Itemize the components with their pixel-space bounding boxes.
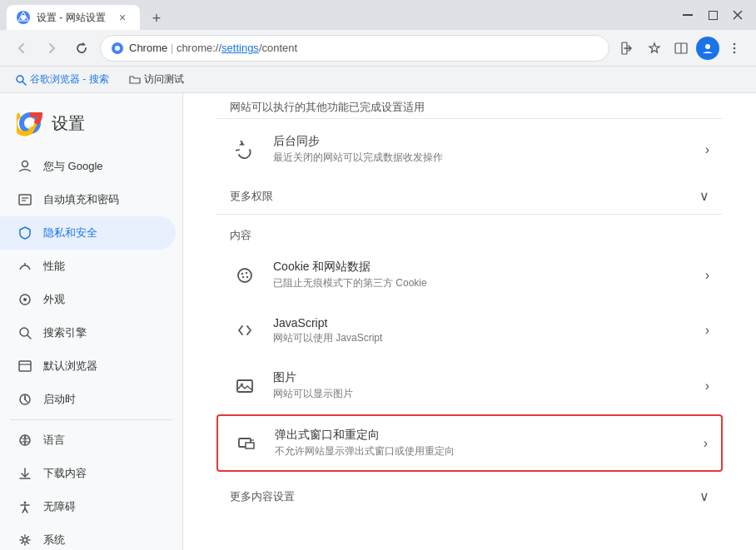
settings-row-popups[interactable]: 弹出式窗口和重定向 不允许网站显示弹出式窗口或使用重定向 › (216, 414, 723, 472)
share-button[interactable] (616, 37, 639, 60)
split-view-button[interactable] (669, 37, 693, 60)
svg-line-31 (27, 335, 31, 339)
cookies-row-arrow: › (705, 268, 709, 283)
svg-line-19 (22, 82, 26, 85)
sidebar-header: 设置 (0, 100, 182, 150)
sync-row-arrow: › (705, 142, 709, 157)
svg-rect-51 (237, 380, 252, 392)
popups-row-arrow: › (704, 436, 708, 451)
sidebar-item-startup[interactable]: 启动时 (0, 383, 176, 416)
shield-icon (17, 225, 33, 241)
folder-icon (129, 74, 141, 86)
main-layout: 设置 您与 Google 自动填充和密码 隐 (0, 93, 756, 550)
profile-button[interactable] (696, 37, 719, 60)
sidebar-item-system[interactable]: 系统 (0, 523, 176, 550)
settings-row-cookies[interactable]: Cookie 和网站数据 已阻止无痕模式下的第三方 Cookie › (216, 248, 723, 302)
sidebar-item-accessibility[interactable]: 无障碍 (0, 490, 176, 523)
sync-row-text: 后台同步 最近关闭的网站可以完成数据收发操作 (273, 134, 692, 165)
system-icon (17, 532, 33, 548)
svg-point-48 (246, 271, 247, 273)
tab-title: 设置 - 网站设置 (37, 11, 108, 25)
javascript-row-arrow: › (705, 323, 709, 338)
svg-rect-2 (683, 14, 693, 16)
content-section-label: 内容 (216, 221, 723, 246)
browser-icon (17, 358, 33, 374)
sidebar-title: 设置 (52, 112, 85, 135)
more-permissions-arrow: ∨ (699, 188, 709, 204)
images-row-text: 图片 网站可以显示图片 (273, 370, 692, 401)
sidebar-item-autofill[interactable]: 自动填充和密码 (0, 183, 176, 216)
minimize-button[interactable] (676, 3, 699, 27)
more-permissions-header[interactable]: 更多权限 ∨ (216, 178, 723, 207)
sidebar-item-download[interactable]: 下载内容 (0, 457, 176, 490)
settings-row-javascript[interactable]: JavaScript 网站可以使用 JavaScript › (216, 304, 723, 357)
svg-point-50 (246, 275, 248, 277)
sidebar-item-browser[interactable]: 默认浏览器 (0, 349, 176, 383)
code-icon (230, 315, 260, 345)
svg-point-49 (242, 275, 244, 277)
url-text: Chrome | chrome://settings/content (129, 42, 297, 54)
svg-marker-45 (239, 142, 245, 146)
svg-rect-3 (709, 11, 717, 19)
settings-row-background-sync[interactable]: 后台同步 最近关闭的网站可以完成数据收发操作 › (216, 122, 723, 176)
svg-marker-10 (649, 43, 659, 52)
svg-point-15 (734, 42, 736, 45)
svg-point-16 (734, 47, 736, 49)
sidebar-item-search[interactable]: 搜索引擎 (0, 316, 176, 349)
tab-area: 设置 - 网站设置 × + (7, 0, 676, 30)
chrome-logo-icon (17, 110, 43, 136)
autofill-icon (17, 191, 33, 208)
download-icon (17, 465, 33, 482)
back-button[interactable] (10, 37, 33, 60)
sync-icon (230, 135, 260, 165)
new-tab-button[interactable]: + (145, 7, 168, 30)
sidebar-item-appearance[interactable]: 外观 (0, 283, 176, 316)
close-window-button[interactable] (726, 3, 749, 27)
tab-close-button[interactable]: × (115, 10, 130, 25)
startup-icon (17, 391, 33, 408)
svg-point-43 (23, 538, 27, 543)
language-icon (17, 432, 33, 448)
popup-icon (231, 429, 261, 458)
bookmark-folder[interactable]: 访问测试 (124, 71, 189, 88)
sidebar-item-google[interactable]: 您与 Google (0, 150, 176, 183)
chrome-logo-icon (111, 42, 124, 55)
svg-point-47 (241, 272, 243, 274)
svg-point-22 (26, 119, 34, 127)
bookmark-search[interactable]: 谷歌浏览器 - 搜索 (10, 71, 114, 88)
sidebar-item-performance[interactable]: 性能 (0, 250, 176, 283)
sidebar-item-privacy[interactable]: 隐私和安全 (0, 216, 176, 250)
forward-button[interactable] (40, 37, 63, 60)
sidebar-item-language[interactable]: 语言 (0, 424, 176, 457)
search-icon (15, 74, 27, 86)
more-menu-button[interactable] (723, 37, 746, 60)
appearance-icon (17, 291, 33, 308)
truncated-top-item: 网站可以执行的其他功能已完成设置适用 (216, 93, 723, 119)
svg-point-17 (734, 51, 736, 53)
svg-point-8 (115, 46, 120, 51)
bookmark-button[interactable] (643, 37, 666, 60)
svg-point-23 (22, 161, 28, 167)
restore-button[interactable] (701, 3, 724, 27)
popups-row-text: 弹出式窗口和重定向 不允许网站显示弹出式窗口或使用重定向 (275, 428, 690, 458)
settings-row-images[interactable]: 图片 网站可以显示图片 › (216, 359, 723, 413)
url-box[interactable]: Chrome | chrome://settings/content (100, 35, 609, 62)
cookies-row-text: Cookie 和网站数据 已阻止无痕模式下的第三方 Cookie (273, 260, 692, 290)
svg-rect-32 (19, 361, 31, 371)
svg-point-41 (24, 502, 27, 504)
cookie-icon (230, 260, 260, 290)
performance-icon (17, 258, 33, 275)
images-row-arrow: › (705, 379, 709, 394)
content-area: 网站可以执行的其他功能已完成设置适用 后台同步 最近关闭的网站可以完成数据收发操… (183, 93, 756, 550)
sidebar: 设置 您与 Google 自动填充和密码 隐 (0, 93, 183, 550)
search-nav-icon (17, 325, 33, 341)
accessibility-icon (17, 498, 33, 515)
refresh-button[interactable] (70, 37, 93, 60)
active-tab[interactable]: 设置 - 网站设置 × (7, 5, 140, 30)
svg-point-29 (23, 298, 27, 301)
more-content-header[interactable]: 更多内容设置 ∨ (216, 478, 723, 508)
url-action-buttons (616, 37, 746, 60)
svg-point-14 (705, 44, 710, 49)
javascript-row-text: JavaScript 网站可以使用 JavaScript (273, 316, 692, 345)
tab-favicon (17, 11, 30, 24)
